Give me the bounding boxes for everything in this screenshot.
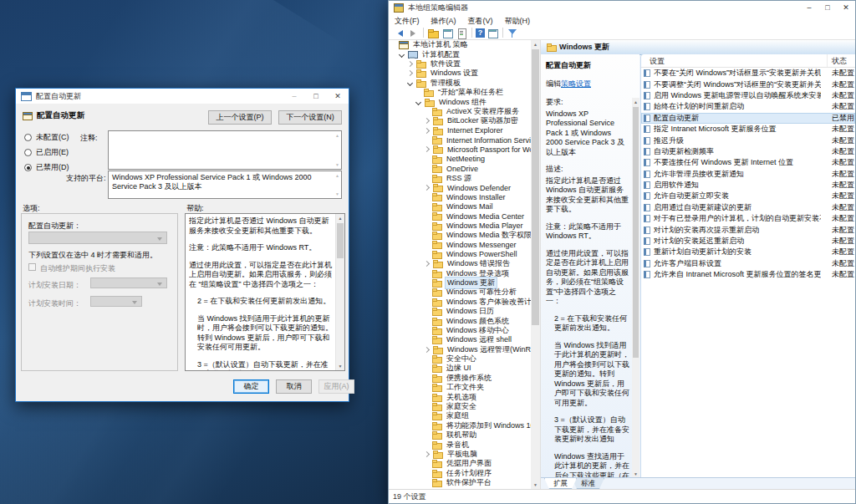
auto-update-mode-select[interactable] (28, 232, 167, 244)
install-time-select[interactable] (90, 296, 142, 307)
setting-row[interactable]: 对于有已登录用户的计算机，计划的自动更新安装不执行重...未配置 (641, 213, 855, 224)
menu-item[interactable]: 帮助(H) (499, 15, 537, 26)
chevron-right-icon[interactable] (407, 70, 413, 76)
tree-item[interactable]: Windows Messenger (389, 240, 531, 249)
setting-row[interactable]: 允许非管理员接收更新通知未配置 (641, 169, 855, 180)
setting-row[interactable]: 允许客户端目标设置未配置 (641, 258, 855, 269)
chevron-right-icon[interactable] (424, 261, 430, 267)
install-day-select[interactable] (90, 277, 167, 288)
scroll-up-icon[interactable]: ▲ (336, 214, 344, 222)
setting-row[interactable]: 指定 Intranet Microsoft 更新服务位置未配置 (641, 124, 855, 135)
setting-row[interactable]: 始终在计划的时间重新启动未配置 (641, 101, 855, 112)
radio-button-icon[interactable] (24, 164, 32, 171)
chevron-spacer (425, 109, 428, 113)
forward-icon[interactable] (407, 28, 420, 38)
setting-row[interactable]: 启用软件通知未配置 (641, 180, 855, 191)
next-setting-button[interactable]: 下一个设置(N) (278, 110, 342, 125)
close-icon[interactable]: ✕ (837, 1, 855, 15)
dialog-titlebar[interactable]: 配置自动更新 – □ ✕ (16, 89, 349, 104)
maximize-icon[interactable]: □ (818, 1, 837, 15)
setting-row[interactable]: 推迟升级未配置 (641, 135, 855, 145)
export-list-icon[interactable] (456, 28, 468, 38)
apply-button[interactable]: 应用(A) (318, 379, 354, 394)
comment-input[interactable]: ▲ ▼ (108, 130, 342, 170)
tree-item[interactable]: Windows Installer (389, 192, 531, 201)
gpedit-titlebar[interactable]: 本地组策略编辑器 – □ ✕ (389, 1, 855, 15)
tree-item[interactable]: BitLocker 驱动器加密 (389, 116, 531, 125)
minimize-icon[interactable]: – (800, 1, 818, 15)
radio-button-icon[interactable] (24, 149, 32, 156)
chevron-right-icon[interactable] (424, 347, 430, 353)
ok-button[interactable]: 确定 (233, 379, 269, 394)
properties-window-icon[interactable] (487, 28, 499, 38)
setting-row[interactable]: 启用 Windows 更新电源管理以自动唤醒系统来安装计划的...未配置 (641, 90, 855, 101)
scroll-up-icon[interactable]: ▲ (531, 40, 540, 48)
setting-row[interactable]: 允许自动更新立即安装未配置 (641, 191, 855, 201)
filter-icon[interactable] (507, 28, 519, 38)
tree-item[interactable]: Windows Media Center (389, 211, 531, 221)
tree-scrollbar[interactable]: ▲ ▼ (531, 40, 540, 489)
minimize-icon[interactable]: – (283, 89, 305, 104)
setting-row[interactable]: 启用通过自动更新建议的更新未配置 (641, 202, 855, 213)
setting-row[interactable]: 重新计划自动更新计划的安装未配置 (641, 247, 855, 257)
menu-item[interactable]: 操作(A) (425, 15, 462, 26)
setting-row[interactable]: 对计划的安装再次提示重新启动未配置 (641, 224, 855, 235)
folder-icon (432, 298, 442, 306)
tree-item[interactable]: Windows Mail (389, 202, 531, 211)
description-paragraph: 3 =（默认设置）自动下载更新，并在准备安装更新时发出通知 (546, 415, 629, 445)
tree-item[interactable]: NetMeeting (389, 155, 531, 164)
scroll-down-icon[interactable]: ▼ (531, 481, 540, 489)
tree-item[interactable]: RSS 源 (389, 173, 531, 182)
console-window-icon[interactable] (441, 28, 454, 38)
back-icon[interactable] (393, 28, 405, 38)
chevron-right-icon[interactable] (407, 61, 413, 67)
radio-button-icon[interactable] (24, 134, 32, 141)
radio-disabled[interactable]: 已禁用(D) (24, 162, 69, 173)
setting-row[interactable]: 不要在“关闭 Windows”对话框显示“安装更新并关机”未配置 (641, 68, 855, 79)
setting-row[interactable]: 自动更新检测频率未配置 (641, 146, 855, 157)
menu-item[interactable]: 查看(V) (462, 15, 499, 26)
edit-policy-link[interactable]: 策略设置 (561, 79, 591, 88)
tree-item[interactable]: Windows Media 数字权限管理 (389, 231, 531, 240)
scroll-thumb[interactable] (532, 49, 539, 325)
tree-item[interactable]: 软件保护平台 (389, 478, 531, 487)
tree-item[interactable]: Microsoft Passport for Work (389, 145, 531, 154)
close-icon[interactable]: ✕ (327, 89, 349, 104)
menu-item[interactable]: 文件(F) (389, 15, 425, 26)
tab-standard[interactable]: 标准 (572, 478, 604, 489)
column-setting[interactable]: 设置 (650, 56, 665, 67)
radio-enabled[interactable]: 已启用(E) (24, 147, 69, 158)
tab-extended[interactable]: 扩展 (544, 478, 577, 489)
tree-item[interactable]: Internet Explorer (389, 126, 531, 135)
chevron-right-icon[interactable] (424, 146, 430, 152)
previous-setting-button[interactable]: 上一个设置(P) (208, 110, 272, 125)
chevron-right-icon[interactable] (424, 185, 430, 191)
maximize-icon[interactable]: □ (305, 89, 327, 104)
tree-item[interactable]: Windows Defender (389, 183, 531, 192)
chevron-right-icon[interactable] (424, 118, 430, 124)
chevron-down-icon[interactable] (407, 80, 413, 86)
cancel-button[interactable]: 取消 (276, 379, 312, 394)
setting-row[interactable]: 不要调整“关闭 Windows”对话框里的“安装更新并关机”的默...未配置 (641, 79, 855, 89)
setting-row[interactable]: 对计划的安装延迟重新启动未配置 (641, 236, 855, 247)
description-scrollbar[interactable]: ▲ ▼ (632, 98, 639, 478)
up-level-folder-icon[interactable] (427, 28, 440, 38)
maintenance-checkbox[interactable] (28, 263, 36, 271)
chevron-down-icon[interactable] (415, 99, 421, 104)
help-icon[interactable]: ? (476, 28, 485, 38)
scroll-up-icon[interactable]: ▲ (632, 98, 639, 106)
tree-item[interactable]: Internet Information Services (389, 135, 531, 145)
help-scrollbar[interactable]: ▲ ▼ (335, 214, 344, 370)
chevron-down-icon[interactable] (399, 52, 405, 58)
scroll-thumb[interactable] (337, 223, 344, 258)
scroll-thumb[interactable] (633, 107, 639, 358)
radio-not-configured[interactable]: 未配置(C) (24, 132, 69, 143)
chevron-right-icon[interactable] (424, 128, 430, 134)
setting-row[interactable]: 不要连接任何 Windows 更新 Internet 位置未配置 (641, 157, 855, 168)
chevron-right-icon[interactable] (424, 451, 430, 457)
setting-row[interactable]: 允许来自 Intranet Microsoft 更新服务位置的签名更新未配置 (641, 269, 855, 280)
scroll-down-icon[interactable]: ▼ (336, 362, 344, 370)
setting-row-selected[interactable]: 配置自动更新已禁用 (641, 113, 855, 124)
column-state[interactable]: 状态 (832, 56, 847, 67)
supported-platform-box[interactable]: Windows XP Professional Service Pack 1 或… (108, 171, 342, 199)
